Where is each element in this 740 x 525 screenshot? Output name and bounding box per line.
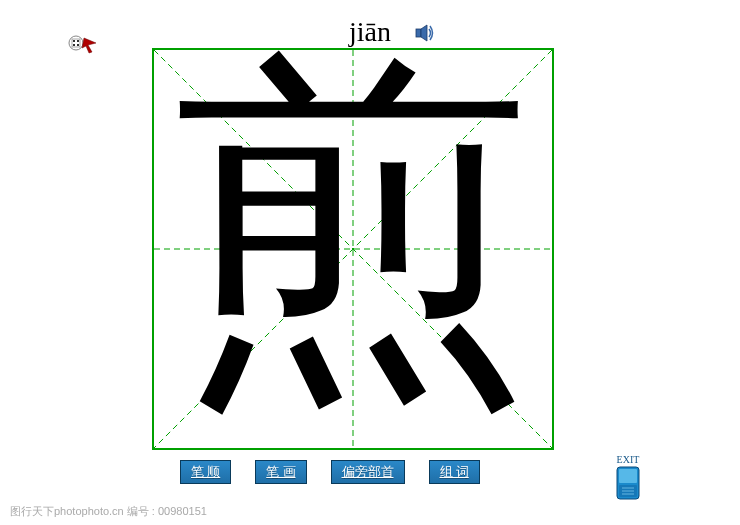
stroke-order-button[interactable]: 笔 顺 [180,460,231,484]
cursor-icon [68,32,98,54]
watermark-text: 图行天下photophoto.cn 编号 : 00980151 [10,504,207,519]
exit-area: EXIT [616,454,640,500]
character-practice-box: 煎 [152,48,554,450]
exit-label: EXIT [616,454,640,465]
button-bar: 笔 顺 笔 画 偏旁部首 组 词 [180,460,560,484]
svg-rect-5 [77,44,79,46]
exit-icon[interactable] [616,466,640,500]
radical-button[interactable]: 偏旁部首 [331,460,405,484]
chinese-character: 煎 [173,55,533,415]
svg-rect-13 [619,469,637,483]
words-button[interactable]: 组 词 [429,460,480,484]
svg-rect-3 [77,40,79,42]
svg-rect-2 [73,40,75,42]
strokes-button[interactable]: 笔 画 [255,460,306,484]
svg-rect-4 [73,44,75,46]
